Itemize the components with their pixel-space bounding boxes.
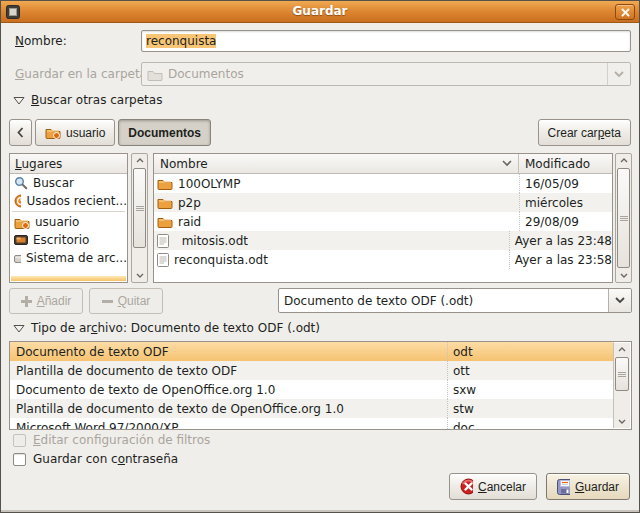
home-folder-icon — [14, 216, 30, 229]
home-folder-icon — [45, 126, 61, 139]
places-scrollbar[interactable] — [131, 153, 148, 283]
password-checkbox-row[interactable]: Guardar con contraseña — [13, 451, 178, 467]
files-panel: Nombre Modificado 100OLYMP 16/05/09 p2p … — [153, 153, 613, 283]
titlebar[interactable]: Guardar — [1, 1, 639, 23]
recently-used-icon — [14, 194, 21, 208]
extension-cell: stw — [447, 399, 614, 418]
folder-icon — [157, 196, 173, 209]
path-segment-documentos[interactable]: Documentos — [118, 119, 211, 146]
save-icon — [557, 479, 570, 495]
extension-cell: ott — [447, 361, 614, 380]
remove-button: Quitar — [89, 288, 163, 314]
modified-cell: miércoles — [519, 193, 612, 212]
filetype-expander[interactable]: Tipo de archivo: Documento de texto ODF … — [13, 321, 320, 335]
scrollbar-thumb[interactable] — [617, 168, 630, 268]
scrollbar-thumb[interactable] — [133, 168, 146, 248]
modified-cell: 29/08/09 — [519, 212, 612, 231]
folder-icon — [157, 215, 173, 228]
filetype-scrollbar[interactable] — [613, 343, 630, 428]
file-row[interactable]: 100OLYMP 16/05/09 — [154, 174, 612, 193]
folder-label: Guardar en la carpeta: — [15, 67, 151, 81]
desktop-icon — [14, 234, 28, 246]
path-segment-usuario[interactable]: usuario — [35, 119, 115, 146]
checkbox-unchecked-icon[interactable] — [13, 453, 26, 466]
scroll-down-icon[interactable] — [614, 415, 630, 428]
path-back-button[interactable] — [9, 119, 32, 146]
places-item-sistema-de-archivos[interactable]: Sistema de arc... — [10, 249, 127, 267]
filetype-list: Documento de texto ODF odt Plantilla de … — [9, 341, 632, 430]
filetype-expander-label: Tipo de archivo: Documento de texto ODF … — [31, 321, 320, 335]
expander-open-icon — [13, 324, 25, 333]
plus-icon — [21, 296, 32, 307]
files-header: Nombre Modificado — [154, 154, 612, 174]
chevron-down-icon — [607, 63, 630, 85]
filename-input[interactable]: reconquista — [141, 30, 631, 52]
scrollbar-thumb[interactable] — [615, 357, 629, 391]
sort-indicator-icon — [502, 160, 512, 167]
extension-cell: odt — [447, 342, 614, 361]
browse-folders-label: Buscar otras carpetas — [31, 93, 162, 107]
filetype-row[interactable]: Plantilla de documento de texto ODF ott — [10, 361, 614, 380]
pathbar-spacer — [214, 119, 535, 146]
format-combobox-value: Documento de texto ODF (.odt) — [284, 294, 473, 308]
folder-icon — [157, 177, 173, 190]
file-row[interactable]: reconquista.odt Ayer a las 23:58 — [154, 250, 612, 269]
minus-icon — [102, 296, 113, 307]
filetype-row[interactable]: Microsoft Word 97/2000/XP doc — [10, 418, 614, 430]
file-row[interactable]: mitosis.odt Ayer a las 23:48 — [154, 231, 612, 250]
places-separator — [12, 211, 125, 212]
scroll-up-icon[interactable] — [616, 154, 631, 167]
extension-cell: doc — [447, 418, 614, 430]
filetype-row[interactable]: Documento de texto de OpenOffice.org 1.0… — [10, 380, 614, 399]
selected-text: reconquista — [146, 34, 216, 48]
places-item-usuario[interactable]: usuario — [10, 213, 127, 231]
scroll-down-icon[interactable] — [132, 269, 147, 282]
places-item-usados-recientemente[interactable]: Usados recient... — [10, 192, 127, 210]
folder-combobox: Documentos — [141, 62, 631, 86]
places-item-escritorio[interactable]: Escritorio — [10, 231, 127, 249]
places-item-buscar[interactable]: Buscar — [10, 174, 127, 192]
document-icon — [157, 253, 169, 267]
dialog-actions: Cancelar Guardar — [449, 473, 630, 500]
column-header-nombre[interactable]: Nombre — [154, 154, 519, 173]
name-label: Nombre: — [15, 34, 67, 48]
modified-cell: Ayer a las 23:58 — [509, 250, 612, 269]
folder-combobox-value: Documentos — [168, 67, 244, 81]
file-row[interactable]: p2p miércoles — [154, 193, 612, 212]
save-button[interactable]: Guardar — [546, 473, 630, 500]
chevron-left-icon — [17, 127, 24, 138]
close-button[interactable] — [615, 4, 635, 20]
extension-cell: sxw — [447, 380, 614, 399]
filetype-row[interactable]: Plantilla de documento de texto de OpenO… — [10, 399, 614, 418]
format-combobox[interactable]: Documento de texto ODF (.odt) — [278, 288, 632, 313]
create-folder-button[interactable]: Crear carpeta — [538, 119, 631, 146]
path-bar: usuario Documentos Crear carpeta — [9, 119, 631, 146]
file-row[interactable]: raid 29/08/09 — [154, 212, 612, 231]
places-partial-selected-row — [11, 276, 126, 281]
thumb-grip — [618, 372, 626, 377]
edit-filter-checkbox-row: Editar configuración de filtros — [13, 432, 210, 448]
add-button: Añadir — [9, 288, 83, 314]
filetype-row-selected[interactable]: Documento de texto ODF odt — [10, 342, 614, 361]
search-icon — [14, 176, 28, 190]
window-title: Guardar — [1, 4, 639, 18]
scroll-up-icon[interactable] — [614, 343, 630, 356]
save-dialog: Guardar Nombre: reconquista Guardar en l… — [0, 0, 640, 513]
places-header[interactable]: Lugares — [10, 154, 127, 174]
cancel-icon — [460, 478, 473, 495]
thumb-grip — [136, 206, 144, 211]
expander-open-icon — [13, 96, 25, 105]
chevron-down-icon — [608, 289, 631, 312]
modified-cell: Ayer a las 23:48 — [509, 231, 612, 250]
folder-icon — [147, 68, 163, 81]
cancel-button[interactable]: Cancelar — [449, 473, 537, 500]
drive-icon — [14, 253, 21, 264]
close-icon — [621, 8, 630, 17]
thumb-grip — [620, 216, 628, 221]
files-scrollbar[interactable] — [615, 153, 632, 283]
scroll-down-icon[interactable] — [616, 269, 631, 282]
browse-folders-expander[interactable]: Buscar otras carpetas — [13, 93, 162, 107]
checkbox-unchecked-icon — [13, 434, 26, 447]
column-header-modificado[interactable]: Modificado — [519, 154, 612, 173]
scroll-up-icon[interactable] — [132, 154, 147, 167]
